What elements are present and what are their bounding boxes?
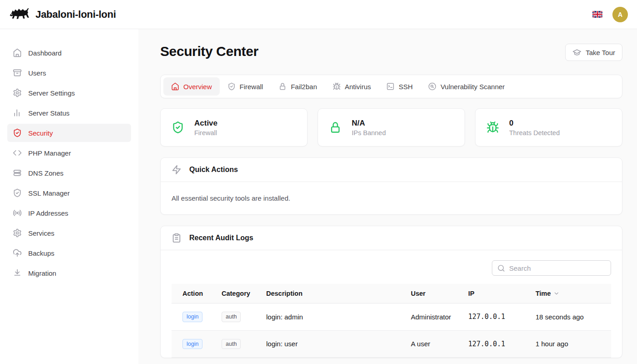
audit-logs-card: Recent Audit Logs Action (160, 226, 622, 358)
quick-actions-title: Quick Actions (189, 166, 238, 174)
sidebar-item-migration[interactable]: Migration (7, 264, 131, 282)
sidebar-item-label: Users (28, 69, 46, 77)
tab-label: Fail2ban (291, 83, 317, 91)
cloud-upload-icon (13, 248, 22, 258)
brand[interactable]: Jabaloni-loni-loni (9, 7, 116, 22)
shield-check-icon (172, 121, 184, 134)
sidebar-item-label: Server Status (28, 109, 70, 117)
sidebar-nav: Dashboard Users Server Settings Server S… (0, 29, 138, 364)
stat-card-threats: 0 Threats Detected (475, 108, 622, 147)
sidebar-item-backups[interactable]: Backups (7, 244, 131, 262)
category-badge: auth (222, 339, 241, 349)
home-icon (13, 48, 22, 57)
table-row[interactable]: login auth login: admin Administrator 12… (172, 303, 611, 331)
sidebar-item-label: Backups (28, 249, 55, 257)
scan-search-icon (428, 82, 436, 91)
top-header: Jabaloni-loni-loni A (0, 0, 637, 29)
sidebar-item-server-status[interactable]: Server Status (7, 104, 131, 122)
download-icon (13, 268, 22, 278)
sidebar-item-dns-zones[interactable]: DNS Zones (7, 164, 131, 182)
take-tour-label: Take Tour (586, 49, 615, 56)
language-flag-icon[interactable] (592, 11, 602, 18)
take-tour-button[interactable]: Take Tour (565, 44, 622, 61)
sidebar-item-label: IP Addresses (28, 209, 68, 217)
sidebar-item-ip-addresses[interactable]: IP Addresses (7, 204, 131, 222)
stat-card-ips-banned: N/A IPs Banned (318, 108, 465, 147)
log-user: A user (411, 330, 468, 358)
tab-vulnerability-scanner[interactable]: Vulnerability Scanner (420, 77, 512, 96)
search-input[interactable] (509, 264, 606, 272)
sidebar-item-server-settings[interactable]: Server Settings (7, 84, 131, 102)
audit-search[interactable] (492, 260, 611, 276)
bug-icon (333, 82, 341, 91)
stat-value: Active (194, 119, 217, 128)
tab-antivirus[interactable]: Antivirus (325, 77, 379, 96)
action-badge: login (182, 339, 202, 349)
log-ip: 127.0.0.1 (468, 330, 536, 358)
column-header-ip[interactable]: IP (468, 284, 536, 303)
tab-label: SSH (399, 83, 413, 91)
shield-check-icon (13, 188, 22, 197)
table-header-row: Action Category Description User IP Time (172, 284, 611, 303)
column-header-time[interactable]: Time (536, 284, 611, 303)
user-avatar[interactable]: A (612, 7, 628, 22)
code-icon (13, 148, 22, 157)
column-header-user[interactable]: User (411, 284, 468, 303)
stat-card-firewall: Active Firewall (160, 108, 308, 147)
column-header-description[interactable]: Description (266, 284, 411, 303)
log-time: 18 seconds ago (536, 303, 611, 331)
clipboard-icon (172, 233, 182, 243)
main-content: Security Center Take Tour Overview Firew… (138, 29, 637, 364)
sidebar-item-label: SSL Manager (28, 189, 70, 197)
stat-label: Firewall (194, 129, 217, 136)
chevron-down-icon (553, 290, 560, 297)
column-header-category[interactable]: Category (222, 284, 266, 303)
log-description: login: user (266, 330, 411, 358)
tab-ssh[interactable]: SSH (379, 77, 420, 96)
tab-firewall[interactable]: Firewall (220, 77, 271, 96)
log-ip: 127.0.0.1 (468, 303, 536, 331)
search-icon (497, 264, 505, 272)
home-icon (171, 82, 179, 91)
tab-label: Firewall (240, 83, 263, 91)
action-badge: login (182, 312, 202, 322)
sidebar-item-label: Server Settings (28, 89, 75, 97)
shield-check-icon (228, 82, 236, 91)
server-icon (13, 168, 22, 177)
tab-fail2ban[interactable]: Fail2ban (271, 77, 325, 96)
tab-label: Overview (183, 83, 212, 91)
sidebar-item-php-manager[interactable]: PHP Manager (7, 144, 131, 162)
boar-logo-icon (9, 7, 30, 22)
tab-label: Antivirus (345, 83, 371, 91)
sidebar-item-label: PHP Manager (28, 149, 71, 157)
column-header-action[interactable]: Action (172, 284, 222, 303)
category-badge: auth (222, 312, 241, 322)
quick-actions-card: Quick Actions All essential security too… (160, 157, 622, 215)
sidebar-item-ssl-manager[interactable]: SSL Manager (7, 184, 131, 202)
lightning-icon (172, 165, 182, 175)
sidebar-item-services[interactable]: Services (7, 224, 131, 242)
audit-logs-table: Action Category Description User IP Time (172, 284, 611, 358)
bar-chart-icon (13, 108, 22, 117)
graduation-cap-icon (572, 48, 581, 57)
radio-waves-icon (13, 208, 22, 217)
stat-value: N/A (352, 119, 386, 128)
sidebar-item-label: Services (28, 229, 55, 237)
sidebar-item-dashboard[interactable]: Dashboard (7, 44, 131, 62)
tab-label: Vulnerability Scanner (440, 83, 505, 91)
log-description: login: admin (266, 303, 411, 331)
bug-icon (486, 121, 499, 134)
sidebar-item-label: Security (28, 129, 53, 137)
audit-logs-title: Recent Audit Logs (189, 234, 253, 242)
stat-label: IPs Banned (352, 129, 386, 136)
stat-label: Threats Detected (509, 129, 560, 136)
sidebar-item-label: Migration (28, 269, 56, 277)
sidebar-item-users[interactable]: Users (7, 64, 131, 82)
table-row[interactable]: login auth login: user A user 127.0.0.1 … (172, 330, 611, 358)
log-user: Administrator (411, 303, 468, 331)
sidebar-item-security[interactable]: Security (7, 124, 131, 142)
status-cards: Active Firewall N/A IPs Banned 0 Threats… (160, 108, 622, 147)
app-title: Jabaloni-loni-loni (35, 9, 116, 20)
tab-overview[interactable]: Overview (163, 77, 220, 96)
lock-icon (329, 121, 342, 134)
